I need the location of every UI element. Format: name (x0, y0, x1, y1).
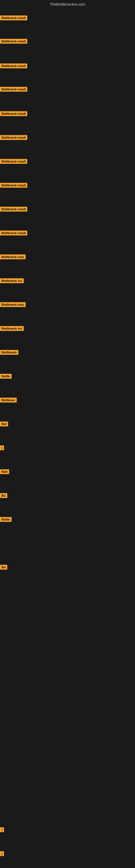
bottleneck-badge: Bottle (0, 374, 12, 379)
result-row: | (0, 445, 4, 452)
bottleneck-badge: Bo (0, 565, 7, 569)
result-row: Bottleneck result (0, 159, 27, 165)
result-row: Bo (0, 493, 7, 499)
bottleneck-badge: Bottleneck result (0, 207, 27, 212)
bottleneck-badge: Bottle (0, 517, 12, 522)
result-row: Bottleneck result (0, 230, 27, 237)
result-row: Bottleneck result (0, 183, 27, 189)
result-row: | (0, 827, 4, 833)
result-row: Bottle (0, 374, 12, 380)
result-row: | (0, 851, 4, 857)
result-row: Bott (0, 469, 9, 475)
bottleneck-badge: | (0, 827, 4, 832)
result-row: Bottlenec (0, 398, 17, 404)
site-title: TheBottlenecker.com (0, 0, 135, 9)
result-row: Bo (0, 565, 7, 571)
bottleneck-badge: Bottleneck res (0, 326, 24, 331)
result-row: Bottleneck (0, 350, 18, 356)
bottleneck-badge: Bottleneck result (0, 159, 27, 164)
result-row: Bottleneck result (0, 207, 27, 213)
bottleneck-badge: Bott (0, 469, 9, 474)
bottleneck-badge: Bottlenec (0, 398, 17, 403)
bottleneck-badge: Bottleneck resu (0, 302, 26, 307)
bottleneck-badge: Bottleneck result (0, 87, 27, 92)
bottleneck-badge: Bottleneck result (0, 63, 27, 68)
bottleneck-badge: Bottleneck result (0, 39, 27, 44)
result-row: Bottleneck resu (0, 302, 26, 308)
result-row: Bottle (0, 517, 12, 523)
bottleneck-badge: Bo (0, 493, 7, 498)
bottleneck-badge: Bottleneck resu (0, 254, 26, 259)
bottleneck-badge: Bottleneck result (0, 111, 27, 116)
result-row: Bottleneck resu (0, 254, 26, 260)
result-row: Bottleneck result (0, 16, 27, 22)
result-row: Bottleneck res (0, 278, 24, 284)
result-row: Bottleneck result (0, 39, 27, 45)
bottleneck-badge: | (0, 851, 4, 856)
result-row: Bottleneck result (0, 63, 27, 69)
result-row: Bottleneck result (0, 111, 27, 117)
result-row: Bottleneck result (0, 87, 27, 93)
bottleneck-badge: Bottleneck (0, 350, 18, 355)
bottleneck-badge: Bottleneck res (0, 278, 24, 283)
bottleneck-badge: Bottleneck result (0, 183, 27, 188)
bottleneck-badge: | (0, 445, 4, 450)
bottleneck-badge: Bot (0, 422, 8, 426)
result-row: Bot (0, 422, 8, 428)
bottleneck-badge: Bottleneck result (0, 135, 27, 140)
result-row: Bottleneck res (0, 326, 24, 332)
result-row: Bottleneck result (0, 135, 27, 141)
bottleneck-badge: Bottleneck result (0, 230, 27, 236)
bottleneck-badge: Bottleneck result (0, 16, 27, 20)
